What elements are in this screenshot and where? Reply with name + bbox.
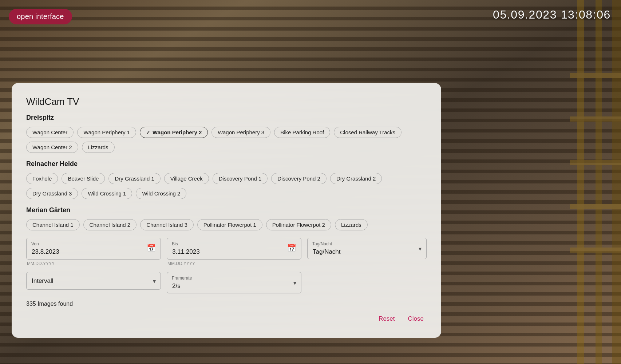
tag-discovery-pond-1[interactable]: Discovery Pond 1 (213, 173, 268, 184)
svg-rect-5 (570, 160, 621, 165)
tag-wagon-center[interactable]: Wagon Center (26, 127, 74, 138)
von-field-group: Von 📅 MM.DD.YYYY (26, 238, 161, 266)
wildcam-modal: WildCam TV Dreispitz Wagon Center Wagon … (12, 83, 441, 338)
tag-channel-island-1[interactable]: Channel Island 1 (26, 219, 80, 230)
merian-tag-group: Channel Island 1 Channel Island 2 Channe… (26, 219, 427, 230)
bis-input[interactable] (167, 238, 301, 260)
bis-wrapper: Bis 📅 (167, 238, 301, 260)
bis-field-group: Bis 📅 MM.DD.YYYY (167, 238, 301, 266)
tag-lizzards-merian[interactable]: Lizzards (335, 219, 368, 230)
von-wrapper: Von 📅 (26, 238, 161, 260)
timestamp-display: 05.09.2023 13:08:06 (493, 8, 611, 21)
tag-channel-island-3[interactable]: Channel Island 3 (140, 219, 194, 230)
filter-row-2: Intervall Täglich Stündlich ▾ Framerate … (26, 272, 427, 293)
close-button[interactable]: Close (405, 313, 427, 325)
tag-channel-island-2[interactable]: Channel Island 2 (83, 219, 137, 230)
tag-dry-grassland-2[interactable]: Dry Grassland 2 (330, 173, 382, 184)
tag-village-creek[interactable]: Village Creek (164, 173, 209, 184)
svg-rect-0 (577, 0, 584, 364)
tag-dry-grassland-1[interactable]: Dry Grassland 1 (108, 173, 160, 184)
images-found-text: 335 Images found (26, 301, 427, 307)
tag-lizzards-dreispitz[interactable]: Lizzards (82, 142, 115, 153)
section-title-merian-gaerten: Merian Gärten (26, 206, 427, 214)
svg-rect-2 (612, 0, 621, 364)
tag-wagon-periphery-1[interactable]: Wagon Periphery 1 (77, 127, 136, 138)
framerate-field-group: Framerate 2/s 4/s 8/s 1/s ▾ (167, 272, 301, 293)
tag-wagon-periphery-2[interactable]: ✓ Wagon Periphery 2 (140, 127, 208, 138)
framerate-wrapper: Framerate 2/s 4/s 8/s 1/s ▾ (167, 272, 301, 293)
tag-bike-parking-roof[interactable]: Bike Parking Roof (274, 127, 330, 138)
reinacher-tag-group: Foxhole Beaver Slide Dry Grassland 1 Vil… (26, 173, 427, 199)
intervall-field-group: Intervall Täglich Stündlich ▾ (26, 272, 161, 290)
svg-rect-7 (570, 248, 621, 253)
section-title-dreispitz: Dreispitz (26, 114, 427, 122)
tag-closed-railway-tracks[interactable]: Closed Railway Tracks (334, 127, 402, 138)
dreispitz-tag-group: Wagon Center Wagon Periphery 1 ✓ Wagon P… (26, 127, 427, 153)
tagnacht-select[interactable]: Tag/Nacht Tag Nacht (307, 238, 427, 259)
tag-foxhole[interactable]: Foxhole (26, 173, 58, 184)
tag-discovery-pond-2[interactable]: Discovery Pond 2 (271, 173, 327, 184)
von-input[interactable] (26, 238, 161, 260)
check-icon: ✓ (146, 130, 150, 135)
wooden-structure-svg (475, 0, 621, 364)
svg-rect-6 (570, 204, 621, 209)
modal-title: WildCam TV (26, 96, 427, 107)
framerate-select[interactable]: 2/s 4/s 8/s 1/s (167, 272, 301, 293)
open-interface-button[interactable]: open interface (9, 9, 72, 24)
tag-pollinator-flowerpot-1[interactable]: Pollinator Flowerpot 1 (197, 219, 262, 230)
intervall-select[interactable]: Intervall Täglich Stündlich (26, 272, 161, 290)
modal-footer: Reset Close (26, 313, 427, 325)
intervall-wrapper: Intervall Täglich Stündlich ▾ (26, 272, 161, 290)
filter-row-1: Von 📅 MM.DD.YYYY Bis 📅 MM.DD.YYYY Tag/Na… (26, 238, 427, 266)
svg-rect-4 (570, 116, 621, 122)
bis-hint: MM.DD.YYYY (167, 261, 301, 266)
svg-rect-1 (596, 0, 602, 364)
tag-wagon-periphery-3[interactable]: Wagon Periphery 3 (211, 127, 270, 138)
tag-pollinator-flowerpot-2[interactable]: Pollinator Flowerpot 2 (266, 219, 331, 230)
reset-button[interactable]: Reset (376, 313, 397, 325)
von-hint: MM.DD.YYYY (26, 261, 161, 266)
tagnacht-wrapper: Tag/Nacht Tag/Nacht Tag Nacht ▾ (307, 238, 427, 259)
tag-dry-grassland-3[interactable]: Dry Grassland 3 (26, 188, 78, 199)
tagnacht-field-group: Tag/Nacht Tag/Nacht Tag Nacht ▾ (307, 238, 427, 259)
tag-beaver-slide[interactable]: Beaver Slide (62, 173, 105, 184)
tag-wagon-center-2[interactable]: Wagon Center 2 (26, 142, 78, 153)
svg-rect-3 (570, 73, 621, 78)
tag-wild-crossing-2[interactable]: Wild Crossing 2 (136, 188, 186, 199)
tag-wild-crossing-1[interactable]: Wild Crossing 1 (82, 188, 132, 199)
section-title-reinacher-heide: Reinacher Heide (26, 160, 427, 168)
